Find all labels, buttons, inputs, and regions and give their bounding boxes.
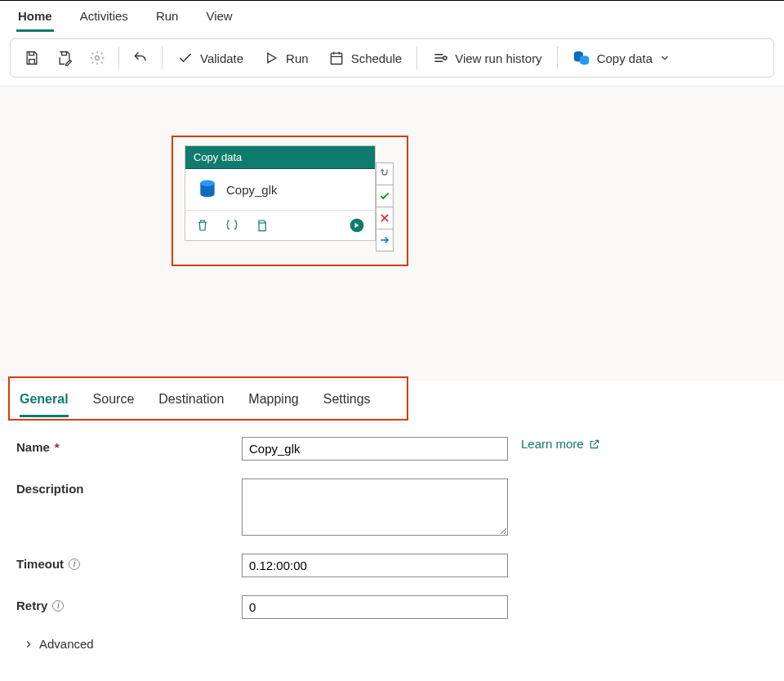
- copy-data-activity[interactable]: Copy data Copy_glk: [185, 145, 376, 241]
- divider: [557, 47, 558, 69]
- save-pencil-icon: [56, 50, 73, 66]
- copy-icon[interactable]: [254, 218, 269, 233]
- top-tab-bar: Home Activities Run View: [0, 0, 784, 32]
- info-icon[interactable]: i: [69, 559, 80, 570]
- pipeline-canvas[interactable]: Copy data Copy_glk: [0, 86, 784, 380]
- settings-button[interactable]: [82, 43, 112, 73]
- learn-more-link[interactable]: Learn more: [521, 437, 600, 451]
- advanced-toggle[interactable]: Advanced: [23, 637, 94, 651]
- chevron-down-icon: [659, 52, 670, 64]
- svg-point-6: [200, 180, 214, 187]
- tab-view[interactable]: View: [204, 6, 234, 32]
- tab-home[interactable]: Home: [16, 6, 54, 32]
- anchor-success[interactable]: [376, 185, 394, 207]
- trash-icon[interactable]: [195, 218, 210, 233]
- timeout-input[interactable]: [242, 554, 508, 577]
- name-label: Name *: [16, 437, 242, 454]
- activity-name: Copy_glk: [226, 183, 278, 197]
- retry-label: Retry i: [16, 595, 242, 612]
- description-input[interactable]: [242, 478, 508, 536]
- divider: [162, 47, 163, 69]
- divider: [416, 47, 417, 69]
- tab-destination[interactable]: Destination: [158, 392, 224, 417]
- gear-icon: [89, 50, 105, 66]
- schedule-label: Schedule: [351, 51, 403, 65]
- tab-activities[interactable]: Activities: [78, 6, 130, 32]
- tab-run[interactable]: Run: [154, 6, 180, 32]
- validate-label: Validate: [200, 51, 243, 65]
- anchor-fail[interactable]: [376, 207, 394, 229]
- activity-type-label: Copy data: [185, 146, 375, 169]
- description-label: Description: [16, 478, 242, 496]
- save-icon: [24, 50, 40, 66]
- database-icon: [572, 49, 590, 67]
- code-braces-icon[interactable]: [225, 218, 239, 233]
- copy-data-dropdown[interactable]: Copy data: [564, 42, 679, 73]
- activity-anchors: [376, 163, 394, 251]
- calendar-icon: [328, 50, 345, 66]
- info-icon[interactable]: i: [52, 600, 64, 612]
- tab-source[interactable]: Source: [93, 392, 135, 417]
- save-as-button[interactable]: [50, 43, 79, 73]
- view-run-history-label: View run history: [455, 51, 541, 65]
- undo-button[interactable]: [126, 43, 155, 73]
- play-icon: [263, 50, 279, 66]
- name-input[interactable]: [242, 437, 508, 461]
- anchor-swap[interactable]: [376, 162, 394, 185]
- property-tab-bar: General Source Destination Mapping Setti…: [0, 380, 784, 417]
- divider: [118, 47, 119, 69]
- ribbon-toolbar: Validate Run Schedule View run history C…: [10, 38, 774, 78]
- view-run-history-button[interactable]: View run history: [424, 43, 550, 73]
- schedule-button[interactable]: Schedule: [320, 43, 411, 73]
- check-icon: [177, 50, 194, 66]
- tab-mapping[interactable]: Mapping: [248, 392, 298, 417]
- copy-data-label: Copy data: [597, 51, 653, 65]
- svg-rect-7: [259, 223, 265, 231]
- save-button[interactable]: [17, 43, 47, 73]
- anchor-skip[interactable]: [376, 229, 394, 251]
- undo-icon: [132, 50, 149, 66]
- general-form: Name * Learn more Description Timeout i …: [0, 417, 784, 653]
- tab-general[interactable]: General: [20, 392, 69, 417]
- validate-button[interactable]: Validate: [169, 43, 252, 73]
- go-arrow-icon[interactable]: [349, 217, 365, 234]
- timeout-label: Timeout i: [16, 554, 242, 571]
- retry-input[interactable]: [242, 595, 508, 619]
- database-icon: [197, 179, 218, 200]
- external-link-icon: [589, 438, 600, 450]
- svg-point-0: [96, 56, 100, 60]
- run-history-icon: [432, 50, 448, 66]
- run-label: Run: [286, 51, 309, 65]
- svg-point-2: [443, 56, 447, 60]
- chevron-right-icon: [23, 639, 34, 650]
- run-button[interactable]: Run: [255, 43, 317, 73]
- svg-rect-1: [331, 53, 341, 64]
- tab-settings[interactable]: Settings: [323, 392, 371, 417]
